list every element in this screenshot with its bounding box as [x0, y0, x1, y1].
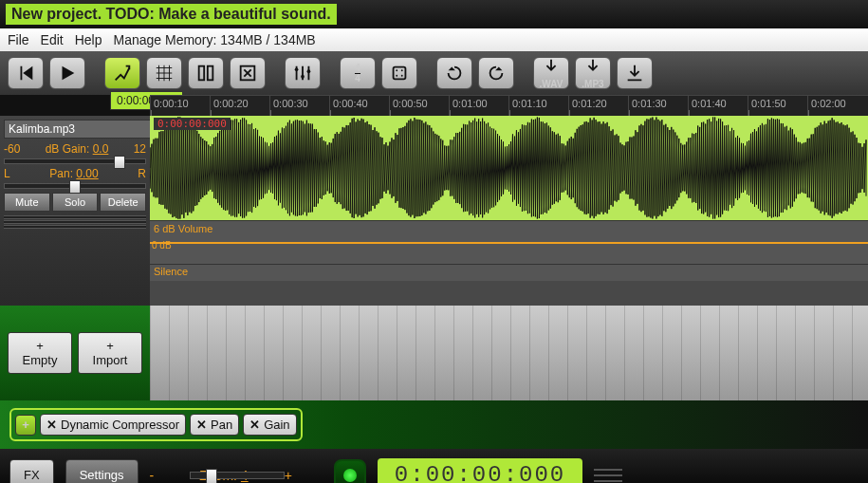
- record-icon: [343, 469, 357, 482]
- import-track-button[interactable]: + Import: [78, 332, 142, 374]
- mute-button[interactable]: Mute: [4, 193, 50, 212]
- menu-memory[interactable]: Manage Memory: 134MB / 134MB: [113, 32, 315, 47]
- gain-max-label: 12: [134, 142, 146, 156]
- snap-button[interactable]: [104, 57, 140, 89]
- svg-point-7: [396, 69, 397, 71]
- master-timecode: 0:00:00:000: [378, 458, 582, 483]
- ruler-tick: 0:01:30: [628, 96, 688, 116]
- menu-edit[interactable]: Edit: [41, 32, 64, 47]
- pan-value[interactable]: 0.00: [76, 167, 98, 180]
- pan-l-label: L: [4, 167, 10, 180]
- add-empty-track-button[interactable]: + Empty: [8, 332, 72, 374]
- menu-bar: File Edit Help Manage Memory: 134MB / 13…: [0, 28, 868, 51]
- ruler-tick: 0:02:00: [807, 96, 867, 116]
- track-name-input[interactable]: [4, 120, 156, 139]
- time-signature-button[interactable]: 44: [340, 57, 376, 89]
- clip-time-overlay: 0:00:00:000: [154, 118, 231, 130]
- zoom-minus[interactable]: -: [150, 468, 155, 483]
- ruler-tick: 0:01:50: [748, 96, 807, 116]
- menu-file[interactable]: File: [8, 32, 29, 47]
- close-icon[interactable]: ✕: [196, 418, 207, 432]
- skip-start-button[interactable]: [8, 57, 44, 89]
- silence-lane[interactable]: Silence: [150, 264, 868, 281]
- project-title[interactable]: New project. TODO: Make a beautiful soun…: [6, 4, 337, 25]
- gain-slider[interactable]: [4, 158, 146, 164]
- svg-point-8: [401, 69, 403, 71]
- volume-lane[interactable]: 6 dB Volume 0 dB: [150, 220, 868, 264]
- svg-point-9: [396, 75, 397, 77]
- redo-button[interactable]: [478, 57, 514, 89]
- grid-button[interactable]: [146, 57, 182, 89]
- fx-chain-bar: + ✕Dynamic Compressor✕Pan✕Gain: [0, 400, 868, 449]
- fx-chip[interactable]: ✕Gain: [243, 414, 296, 436]
- svg-point-5: [307, 69, 311, 73]
- ruler-tick: 0:01:40: [688, 96, 748, 116]
- ruler-tick: 0:00:40: [329, 96, 389, 116]
- undo-button[interactable]: [436, 57, 472, 89]
- drag-handle[interactable]: [594, 467, 622, 484]
- track-panel: FX -60 dB Gain: 0.0 12 L Pan: 0.00 R Mut…: [0, 116, 150, 306]
- delete-section-button[interactable]: [230, 57, 266, 89]
- zoom-plus[interactable]: +: [285, 468, 292, 483]
- footer-fx-button[interactable]: FX: [9, 459, 54, 483]
- pan-r-label: R: [138, 167, 146, 180]
- close-icon[interactable]: ✕: [46, 418, 57, 432]
- track-2-empty: + Empty + Import: [0, 306, 868, 400]
- level-meter: [4, 215, 146, 229]
- svg-point-3: [295, 68, 299, 72]
- mixer-button[interactable]: [285, 57, 321, 89]
- pan-slider[interactable]: [4, 183, 146, 189]
- svg-point-4: [301, 75, 305, 79]
- ruler-tick: 0:00:10: [150, 96, 210, 116]
- toolbar: 44 .WAV .MP3 0:00:00:000: [0, 51, 868, 95]
- gain-value[interactable]: 0.0: [93, 142, 109, 156]
- track-1: FX -60 dB Gain: 0.0 12 L Pan: 0.00 R Mut…: [0, 116, 868, 306]
- play-button[interactable]: [49, 57, 85, 89]
- ruler-tick: 0:01:20: [568, 96, 628, 116]
- ruler-tick: 0:01:00: [449, 96, 508, 116]
- zoom-slider[interactable]: [190, 472, 285, 479]
- menu-help[interactable]: Help: [75, 32, 102, 47]
- solo-button[interactable]: Solo: [52, 193, 99, 212]
- ruler-tick: 0:00:20: [210, 96, 269, 116]
- export-wav-button[interactable]: .WAV: [533, 57, 569, 89]
- waveform-clip[interactable]: 0:00:00:000: [150, 116, 868, 220]
- empty-track-content[interactable]: [150, 306, 868, 400]
- delete-track-button[interactable]: Delete: [100, 193, 146, 212]
- ruler-tick: 0:00:50: [389, 96, 449, 116]
- svg-rect-6: [394, 67, 406, 80]
- add-fx-button[interactable]: +: [15, 415, 36, 436]
- ruler-tick: 0:01:10: [508, 96, 568, 116]
- metronome-button[interactable]: [381, 57, 417, 89]
- close-icon[interactable]: ✕: [249, 418, 260, 432]
- title-bar: New project. TODO: Make a beautiful soun…: [0, 0, 868, 28]
- export-mp3-button[interactable]: .MP3: [575, 57, 611, 89]
- download-button[interactable]: [617, 57, 653, 89]
- settings-button[interactable]: Settings: [65, 459, 139, 483]
- split-button[interactable]: [188, 57, 224, 89]
- svg-point-10: [401, 75, 403, 77]
- fx-chip[interactable]: ✕Pan: [190, 414, 239, 436]
- fx-chip[interactable]: ✕Dynamic Compressor: [40, 414, 186, 436]
- svg-rect-0: [199, 66, 205, 81]
- gain-min-label: -60: [4, 142, 20, 156]
- ruler-tick: 0:00:30: [269, 96, 329, 116]
- time-ruler[interactable]: 0:00:100:00:200:00:300:00:400:00:500:01:…: [150, 95, 868, 116]
- svg-rect-1: [208, 66, 213, 81]
- footer-bar: FX Settings - Zoom: 4 + 0:00:00:000: [0, 449, 868, 483]
- record-button[interactable]: [334, 459, 366, 484]
